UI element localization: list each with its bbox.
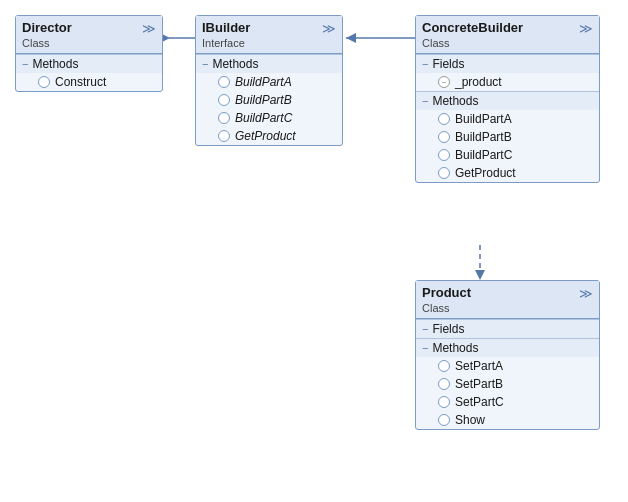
ibuilder-buildparta-label: BuildPartA [235,75,292,89]
ibuilder-box: IBuilder Interface ≫ − Methods BuildPart… [195,15,343,146]
product-setparta-label: SetPartA [455,359,503,373]
product-header: Product Class ≫ [416,281,599,319]
product-show-label: Show [455,413,485,427]
cb-buildpartc-label: BuildPartC [455,148,512,162]
concretebuilder-methods-label: Methods [432,94,478,108]
product-collapse-icon[interactable]: ≫ [579,286,593,301]
ibuilder-methods-label: Methods [212,57,258,71]
director-title: Director [22,20,72,37]
director-header-text: Director Class [22,20,72,50]
director-header: Director Class ≫ [16,16,162,54]
cb-buildparta-icon [438,113,450,125]
concretebuilder-method-buildparta: BuildPartA [416,110,599,128]
concretebuilder-subtitle: Class [422,37,523,50]
ibuilder-method-buildpartc: BuildPartC [196,109,342,127]
director-method-construct: Construct [16,73,162,91]
product-title: Product [422,285,471,302]
ibuilder-getproduct-icon [218,130,230,142]
product-method-setpartc: SetPartC [416,393,599,411]
ibuilder-buildpartb-icon [218,94,230,106]
product-header-text: Product Class [422,285,471,315]
director-collapse-icon[interactable]: ≫ [142,21,156,36]
product-method-show: Show [416,411,599,429]
ibuilder-buildparta-icon [218,76,230,88]
concretebuilder-methods-section-icon: − [422,95,428,107]
product-fields-label: Fields [432,322,464,336]
ibuilder-methods-section-icon: − [202,58,208,70]
product-setpartc-label: SetPartC [455,395,504,409]
concretebuilder-title: ConcreteBuilder [422,20,523,37]
ibuilder-header: IBuilder Interface ≫ [196,16,342,54]
product-method-setparta: SetPartA [416,357,599,375]
product-fields-section-icon: − [422,323,428,335]
director-methods-section: − Methods Construct [16,54,162,91]
product-setpartc-icon [438,396,450,408]
cb-buildparta-label: BuildPartA [455,112,512,126]
product-methods-section: − Methods SetPartA SetPartB SetPartC Sho… [416,338,599,429]
cb-getproduct-label: GetProduct [455,166,516,180]
cb-buildpartb-label: BuildPartB [455,130,512,144]
ibuilder-methods-header[interactable]: − Methods [196,55,342,73]
concretebuilder-field-product: ~ _product [416,73,599,91]
svg-marker-3 [346,33,356,43]
cb-buildpartb-icon [438,131,450,143]
director-methods-label: Methods [32,57,78,71]
concretebuilder-box: ConcreteBuilder Class ≫ − Fields ~ _prod… [415,15,600,183]
ibuilder-method-buildpartb: BuildPartB [196,91,342,109]
concretebuilder-header: ConcreteBuilder Class ≫ [416,16,599,54]
concretebuilder-fields-label: Fields [432,57,464,71]
concretebuilder-method-getproduct: GetProduct [416,164,599,182]
product-show-icon [438,414,450,426]
ibuilder-method-getproduct: GetProduct [196,127,342,145]
product-setparta-icon [438,360,450,372]
concretebuilder-fields-section-icon: − [422,58,428,70]
ibuilder-getproduct-label: GetProduct [235,129,296,143]
product-method-setpartb: SetPartB [416,375,599,393]
concretebuilder-methods-header[interactable]: − Methods [416,92,599,110]
construct-icon [38,76,50,88]
construct-label: Construct [55,75,106,89]
ibuilder-header-text: IBuilder Interface [202,20,250,50]
director-methods-header[interactable]: − Methods [16,55,162,73]
concretebuilder-method-buildpartc: BuildPartC [416,146,599,164]
ibuilder-methods-section: − Methods BuildPartA BuildPartB BuildPar… [196,54,342,145]
product-setpartb-icon [438,378,450,390]
ibuilder-subtitle: Interface [202,37,250,50]
product-methods-header[interactable]: − Methods [416,339,599,357]
concretebuilder-methods-section: − Methods BuildPartA BuildPartB BuildPar… [416,91,599,182]
concretebuilder-fields-section: − Fields ~ _product [416,54,599,91]
product-methods-section-icon: − [422,342,428,354]
product-box: Product Class ≫ − Fields − Methods SetPa… [415,280,600,430]
concretebuilder-method-buildpartb: BuildPartB [416,128,599,146]
concretebuilder-header-text: ConcreteBuilder Class [422,20,523,50]
product-methods-label: Methods [432,341,478,355]
product-fields-header[interactable]: − Fields [416,320,599,338]
svg-marker-5 [475,270,485,280]
product-fields-section: − Fields [416,319,599,338]
director-box: Director Class ≫ − Methods Construct [15,15,163,92]
ibuilder-buildpartc-icon [218,112,230,124]
concretebuilder-product-icon: ~ [438,76,450,88]
ibuilder-method-buildparta: BuildPartA [196,73,342,91]
ibuilder-buildpartc-label: BuildPartC [235,111,292,125]
diagram-canvas: Director Class ≫ − Methods Construct IBu… [0,0,628,502]
concretebuilder-collapse-icon[interactable]: ≫ [579,21,593,36]
cb-getproduct-icon [438,167,450,179]
cb-buildpartc-icon [438,149,450,161]
director-methods-section-icon: − [22,58,28,70]
director-subtitle: Class [22,37,72,50]
ibuilder-collapse-icon[interactable]: ≫ [322,21,336,36]
ibuilder-title: IBuilder [202,20,250,37]
concretebuilder-product-label: _product [455,75,502,89]
product-subtitle: Class [422,302,471,315]
ibuilder-buildpartb-label: BuildPartB [235,93,292,107]
concretebuilder-fields-header[interactable]: − Fields [416,55,599,73]
product-setpartb-label: SetPartB [455,377,503,391]
